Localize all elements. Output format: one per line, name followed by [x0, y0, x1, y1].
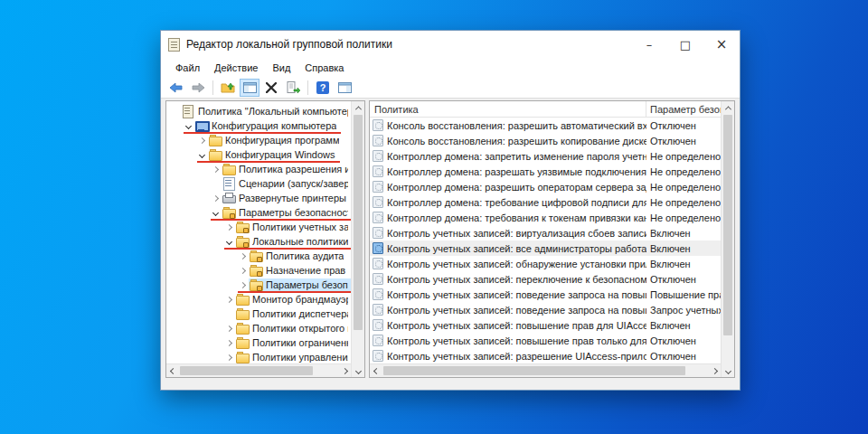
policy-row[interactable]: Контроллер домена: разрешать уязвимые по…	[370, 164, 721, 179]
column-header-policy[interactable]: Политика	[370, 101, 646, 117]
title-bar: Редактор локальной групповой политики – …	[161, 31, 740, 58]
tree-vertical-scrollbar[interactable]	[351, 101, 364, 377]
menu-bar: ФайлДействиеВидСправка	[161, 58, 740, 77]
tree-item[interactable]: Политики ограниченного	[166, 335, 351, 350]
tree-item-labelwrap: Политика аудита	[249, 250, 346, 262]
tree-item[interactable]: Политики диспетчера спи	[166, 307, 351, 321]
lockfolder-icon	[236, 222, 249, 232]
script-icon	[222, 178, 235, 189]
folder-icon	[236, 308, 249, 319]
tree-item[interactable]: Локальные политики	[166, 234, 351, 249]
menu-item[interactable]: Справка	[297, 61, 351, 75]
scrollbar-thumb[interactable]	[354, 115, 363, 330]
policy-name-cell: Контроль учетных записей: поведение запр…	[370, 304, 646, 316]
scrollbar-thumb[interactable]	[723, 115, 732, 335]
back-button[interactable]	[166, 79, 186, 97]
scroll-right-icon[interactable]	[338, 364, 351, 377]
chevron-right-icon[interactable]	[222, 225, 235, 230]
policy-row[interactable]: Контроль учетных записей: поведение запр…	[370, 287, 721, 302]
chevron-down-icon[interactable]	[222, 240, 235, 244]
scroll-down-icon[interactable]	[722, 364, 734, 377]
tree-item[interactable]: Политики учетных записе	[166, 220, 351, 234]
policy-row[interactable]: Контроль учетных записей: обнаружение ус…	[370, 256, 721, 271]
tree-item[interactable]: Параметры безопасности	[166, 205, 351, 220]
policy-row[interactable]: Контроль учетных записей: повышение прав…	[370, 333, 721, 348]
tree-item[interactable]: Сценарии (запуск/завершени	[166, 176, 351, 191]
tree-item[interactable]: Назначение прав поль	[166, 263, 351, 278]
tree-item[interactable]: Политики управления пр	[166, 350, 351, 363]
export-list-button[interactable]	[283, 79, 303, 97]
chevron-right-icon[interactable]	[222, 297, 235, 302]
tree-item[interactable]: Конфигурация Windows	[166, 147, 351, 162]
policy-row[interactable]: Контроль учетных записей: повышение прав…	[370, 317, 721, 333]
minimize-button[interactable]: –	[631, 31, 667, 58]
tree-item-label: Конфигурация Windows	[225, 149, 335, 160]
delete-button[interactable]	[261, 79, 281, 97]
tree-item-labelwrap: Монитор брандмауэра За	[235, 293, 351, 306]
up-one-level-button[interactable]	[218, 79, 238, 97]
chevron-right-icon[interactable]	[236, 254, 249, 259]
show-console-tree-button[interactable]	[240, 79, 259, 97]
policy-value: Не определено	[646, 182, 721, 193]
tree-item-label: Конфигурация программ	[225, 135, 339, 146]
policy-row[interactable]: Контроллер домена: разрешить операторам …	[370, 179, 721, 194]
menu-item[interactable]: Вид	[265, 61, 297, 75]
policy-list-pane: Политика Параметр безопас Консоль восста…	[369, 100, 735, 378]
policy-row[interactable]: Контроль учетных записей: разрешение UIA…	[370, 348, 721, 363]
show-action-pane-button[interactable]	[335, 79, 354, 97]
policy-row[interactable]: Контроль учетных записей: все администра…	[370, 241, 721, 256]
policy-name-cell: Консоль восстановления: разрешить автома…	[370, 119, 646, 131]
chevron-right-icon[interactable]	[222, 355, 235, 360]
menu-item[interactable]: Файл	[168, 61, 207, 75]
scrollbar-thumb[interactable]	[383, 366, 685, 375]
chevron-right-icon[interactable]	[236, 283, 249, 288]
tree-item[interactable]: Политика аудита	[166, 249, 351, 263]
maximize-button[interactable]: □	[667, 31, 703, 58]
policy-row[interactable]: Контроллер домена: запретить изменение п…	[370, 148, 721, 164]
chevron-down-icon[interactable]	[182, 124, 194, 128]
column-header-security-setting[interactable]: Параметр безопас	[646, 104, 721, 115]
forward-button[interactable]	[188, 79, 208, 97]
toolbar-separator	[212, 80, 213, 95]
policy-row[interactable]: Контроллер домена: требования к токенам …	[370, 210, 721, 225]
scroll-down-icon[interactable]	[352, 364, 364, 377]
tree-horizontal-scrollbar[interactable]	[166, 363, 351, 377]
tree-item[interactable]: Конфигурация компьютера	[166, 118, 351, 133]
tree-item[interactable]: Конфигурация программ	[166, 133, 351, 147]
close-button[interactable]: ×	[703, 31, 740, 58]
scroll-left-icon[interactable]	[370, 364, 382, 377]
tree-item[interactable]: Монитор брандмауэра За	[166, 292, 351, 307]
chevron-right-icon[interactable]	[195, 138, 208, 143]
policy-row[interactable]: Консоль восстановления: разрешить копиро…	[370, 133, 721, 148]
tree-item[interactable]: Развернутые принтеры	[166, 191, 351, 205]
chevron-right-icon[interactable]	[236, 269, 249, 273]
help-button[interactable]: ?	[313, 79, 333, 97]
tree-item-labelwrap: Конфигурация Windows	[208, 148, 338, 161]
policy-name-cell: Контроль учетных записей: переключение к…	[370, 273, 646, 285]
policy-row[interactable]: Контроллер домена: требование цифровой п…	[370, 194, 721, 210]
chevron-right-icon[interactable]	[222, 341, 235, 345]
policy-row[interactable]: Контроль учетных записей: поведение запр…	[370, 302, 721, 317]
chevron-down-icon[interactable]	[195, 153, 208, 157]
policy-row[interactable]: Консоль восстановления: разрешить автома…	[370, 118, 721, 133]
policy-row[interactable]: Контроль учетных записей: виртуализация …	[370, 225, 721, 241]
scrollbar-thumb[interactable]	[180, 366, 313, 375]
toolbar: ?	[161, 77, 740, 99]
policy-name: Контроль учетных записей: разрешение UIA…	[387, 351, 646, 362]
chevron-right-icon[interactable]	[209, 167, 222, 172]
chevron-right-icon[interactable]	[209, 196, 222, 201]
chevron-down-icon[interactable]	[209, 211, 222, 215]
scroll-left-icon[interactable]	[166, 364, 179, 377]
tree-item[interactable]: Политики открытого клю	[166, 321, 351, 335]
scroll-up-icon[interactable]	[352, 101, 364, 114]
tree-item[interactable]: Параметры безопасн	[166, 278, 351, 292]
list-vertical-scrollbar[interactable]	[721, 101, 734, 377]
scroll-right-icon[interactable]	[708, 364, 721, 377]
tree-item[interactable]: Политика "Локальный компьютер"	[166, 104, 351, 118]
menu-item[interactable]: Действие	[207, 61, 265, 75]
tree-item[interactable]: Политика разрешения имен	[166, 162, 351, 176]
chevron-right-icon[interactable]	[222, 326, 235, 331]
policy-row[interactable]: Контроль учетных записей: переключение к…	[370, 271, 721, 287]
list-horizontal-scrollbar[interactable]	[370, 363, 721, 377]
scroll-up-icon[interactable]	[722, 101, 734, 114]
